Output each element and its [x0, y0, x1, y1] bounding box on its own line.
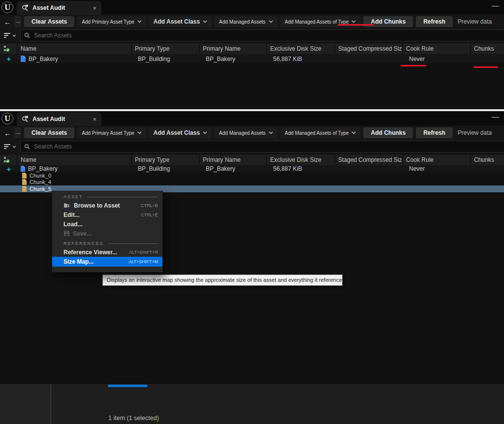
table-empty-area	[0, 63, 504, 109]
column-header-staged-compressed-size[interactable]: Staged Compressed Size	[335, 43, 403, 54]
menu-item-label: Size Map...	[63, 258, 128, 265]
chunk-document-icon	[22, 186, 27, 192]
add-primary-asset-type-dropdown[interactable]: Add Primary Asset Type	[77, 16, 146, 27]
refresh-button[interactable]: Refresh	[416, 127, 453, 138]
menu-item-reference-viewer[interactable]: Reference Viewer... ALT+SHIFT+R	[52, 247, 162, 257]
menu-item-shortcut: CTRL+B	[141, 203, 158, 208]
back-arrow-icon[interactable]: ←	[4, 18, 11, 26]
asset-audit-icon	[22, 116, 29, 122]
search-box[interactable]	[20, 30, 504, 41]
chevron-down-icon	[203, 131, 207, 134]
column-header-cook-rule[interactable]: Cook Rule	[403, 43, 471, 54]
search-box[interactable]	[20, 141, 504, 152]
bottom-panel: 1 item (1 selected)	[0, 383, 504, 424]
expand-plus-icon[interactable]: +	[0, 54, 18, 63]
filter-button[interactable]	[4, 33, 16, 38]
column-header-primary-type[interactable]: Primary Type	[132, 154, 200, 165]
add-primary-asset-type-label: Add Primary Asset Type	[82, 19, 134, 25]
forward-arrow-icon[interactable]: →	[14, 127, 21, 138]
column-header-name[interactable]: Name	[18, 43, 132, 54]
asset-name: BP_Bakery	[29, 56, 58, 62]
minimize-icon[interactable]: —	[492, 1, 499, 9]
menu-item-save[interactable]: Save...	[52, 229, 162, 238]
chunk-row[interactable]: Chunk_0	[0, 172, 504, 179]
add-primary-asset-type-label: Add Primary Asset Type	[82, 130, 134, 136]
tab-title: Asset Audit	[32, 116, 89, 122]
add-chunks-button[interactable]: Add Chunks	[363, 127, 413, 138]
search-row	[0, 29, 504, 42]
add-asset-class-dropdown[interactable]: Add Asset Class	[149, 16, 212, 27]
column-header-primary-type[interactable]: Primary Type	[132, 43, 200, 54]
search-input[interactable]	[33, 31, 504, 39]
chunk-document-icon	[22, 173, 27, 179]
tab-asset-audit[interactable]: Asset Audit ×	[17, 112, 101, 126]
column-header-chunks[interactable]: Chunks	[471, 43, 504, 54]
menu-item-browse-to-asset[interactable]: Browse to Asset CTRL+B	[52, 201, 162, 210]
add-managed-assets-of-type-label: Add Managed Assets of Type	[285, 130, 349, 136]
filter-button[interactable]	[4, 144, 16, 149]
cell-staged-compressed-size	[335, 54, 403, 63]
expand-plus-icon[interactable]: +	[0, 165, 18, 172]
revision-control-column-icon[interactable]	[0, 154, 18, 165]
close-icon[interactable]: ×	[93, 116, 96, 123]
chunk-document-icon	[22, 179, 27, 185]
column-header-cook-rule[interactable]: Cook Rule	[403, 154, 471, 165]
add-asset-class-dropdown[interactable]: Add Asset Class	[149, 127, 212, 138]
table-header: Name Primary Type Primary Name Exclusive…	[0, 154, 504, 165]
cell-chunks	[471, 54, 504, 63]
tab-asset-audit[interactable]: Asset Audit ×	[17, 1, 101, 15]
tab-title: Asset Audit	[32, 4, 89, 11]
menu-item-shortcut: CTRL+E	[141, 212, 158, 217]
add-managed-assets-of-type-label: Add Managed Assets of Type	[285, 19, 349, 25]
menu-item-edit[interactable]: Edit... CTRL+E	[52, 210, 162, 219]
bottom-panel-content: 1 item (1 selected)	[51, 384, 504, 424]
close-icon[interactable]: ×	[93, 4, 96, 12]
save-icon	[64, 231, 69, 236]
chunk-row[interactable]: Chunk_4	[0, 179, 504, 186]
chevron-down-icon	[137, 20, 142, 23]
menu-item-label: Save...	[73, 230, 158, 237]
add-primary-asset-type-dropdown[interactable]: Add Primary Asset Type	[77, 127, 146, 138]
menu-section-references: REFERENCES	[52, 238, 162, 247]
column-header-staged-compressed-size[interactable]: Staged Compressed Size	[335, 154, 403, 165]
preview-data-button[interactable]: Preview data	[458, 129, 492, 136]
toolbar: ← → Clear Assets Add Primary Asset Type …	[0, 15, 504, 29]
column-header-chunks[interactable]: Chunks	[471, 154, 504, 165]
column-header-primary-name[interactable]: Primary Name	[200, 154, 267, 165]
column-header-primary-name[interactable]: Primary Name	[200, 43, 267, 54]
column-header-name[interactable]: Name	[18, 154, 132, 165]
revision-control-column-icon[interactable]	[0, 43, 18, 54]
table-row[interactable]: + BP_Bakery BP_Building BP_Bakery 56,887…	[0, 54, 504, 63]
column-header-exclusive-disk-size[interactable]: Exclusive Disk Size	[267, 154, 335, 165]
menu-item-label: Edit...	[63, 212, 141, 218]
annotation-underline-cook-rule	[401, 65, 426, 66]
table-row[interactable]: + BP_Bakery BP_Building BP_Bakery 56,887…	[0, 165, 504, 172]
asset-document-icon	[20, 166, 25, 172]
menu-item-size-map[interactable]: Size Map... ALT+SHIFT+M	[52, 257, 162, 267]
add-managed-assets-of-type-dropdown[interactable]: Add Managed Assets of Type	[281, 127, 361, 138]
cell-primary-type: BP_Building	[132, 165, 200, 172]
add-managed-assets-dropdown[interactable]: Add Managed Assets	[215, 127, 278, 138]
back-arrow-icon[interactable]: ←	[4, 129, 11, 137]
clear-assets-button[interactable]: Clear Assets	[24, 127, 74, 138]
annotation-underline-chunks	[473, 66, 498, 68]
minimize-icon[interactable]: —	[492, 112, 499, 121]
asset-name: BP_Bakery	[28, 165, 58, 172]
menu-item-load[interactable]: Load...	[52, 219, 162, 229]
refresh-button[interactable]: Refresh	[416, 16, 453, 27]
title-bar: U Asset Audit × —	[0, 0, 504, 15]
column-header-exclusive-disk-size[interactable]: Exclusive Disk Size	[267, 43, 335, 54]
search-input[interactable]	[33, 143, 504, 151]
cell-exclusive-disk-size: 56,887 KiB	[267, 54, 335, 63]
preview-data-button[interactable]: Preview data	[458, 18, 492, 25]
forward-arrow-icon[interactable]: →	[14, 16, 21, 27]
menu-section-references-label: REFERENCES	[63, 241, 104, 246]
add-managed-assets-dropdown[interactable]: Add Managed Assets	[215, 16, 278, 27]
menu-item-label: Reference Viewer...	[63, 249, 129, 256]
title-bar: U Asset Audit × —	[0, 111, 504, 126]
table-header: Name Primary Type Primary Name Exclusive…	[0, 43, 504, 54]
cell-chunks	[471, 165, 504, 172]
chevron-down-icon	[269, 20, 273, 23]
unreal-asset-audit-screens: { "colors": { "accent_blue": "#0070e0", …	[0, 0, 504, 424]
clear-assets-button[interactable]: Clear Assets	[24, 16, 74, 27]
